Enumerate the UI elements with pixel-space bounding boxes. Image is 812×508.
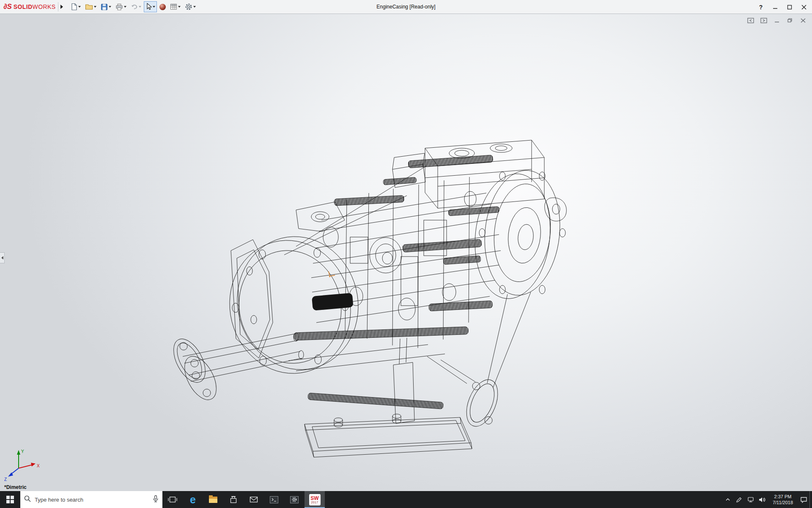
chevron-down-icon (124, 6, 126, 8)
tray-time: 2:37 PM (774, 494, 792, 500)
engine-assembly-wireframe: Y X Z (0, 0, 812, 508)
graphics-area[interactable]: Y X Z *Dimetric (0, 14, 812, 491)
doc-dock-right-button[interactable] (759, 17, 768, 24)
close-button[interactable] (798, 3, 809, 12)
doc-close-button[interactable] (798, 17, 808, 24)
undo-button[interactable] (129, 1, 143, 12)
view-orientation-label: *Dimetric (4, 484, 27, 490)
window-title: EngineCasing [Read-only] (376, 4, 435, 10)
console-icon (270, 496, 278, 503)
chevron-down-icon (139, 6, 141, 8)
edge-icon: e (190, 494, 196, 505)
desktop: { "app": { "brand_glyph": "∂S", "brand_b… (0, 0, 812, 508)
new-document-icon (71, 3, 77, 11)
maximize-button[interactable] (784, 3, 795, 12)
triad-z-label: Z (4, 477, 7, 482)
appearance-button[interactable] (158, 1, 167, 12)
taskbar-store[interactable] (223, 491, 244, 508)
options-button[interactable] (183, 1, 198, 12)
ds-logo-icon: ∂S (3, 3, 12, 11)
undo-arrow-icon (131, 3, 138, 10)
search-input[interactable] (35, 497, 149, 503)
tray-volume-button[interactable] (756, 491, 768, 508)
taskbar-console[interactable] (264, 491, 284, 508)
triad-y-label: Y (21, 449, 24, 454)
file-explorer-icon (209, 496, 217, 503)
task-view-icon (168, 496, 177, 503)
taskbar-edge[interactable]: e (183, 491, 203, 508)
doc-dock-left-button[interactable] (746, 17, 755, 24)
document-window-controls (746, 17, 808, 24)
action-center-button[interactable] (798, 491, 809, 508)
menu-flyout-button[interactable] (58, 2, 65, 11)
start-button[interactable] (0, 491, 20, 508)
microphone-icon (152, 495, 159, 504)
volume-icon (758, 497, 765, 503)
network-icon (747, 496, 754, 503)
taskbar-settings[interactable] (284, 491, 304, 508)
new-document-button[interactable] (69, 1, 82, 12)
doc-restore-button[interactable] (785, 17, 795, 24)
chevron-down-icon (94, 6, 96, 8)
open-folder-icon (85, 3, 93, 10)
print-button[interactable] (114, 1, 128, 12)
solidworks-logo: ∂S SOLIDWORKS (0, 3, 58, 11)
evaluate-button[interactable] (168, 1, 182, 12)
help-button[interactable]: ? (755, 3, 766, 12)
chevron-up-icon (725, 497, 731, 502)
select-arrow-icon (145, 3, 152, 11)
select-button[interactable] (144, 1, 157, 12)
action-center-icon (800, 496, 807, 503)
taskbar-clock[interactable]: 2:37 PM 7/11/2018 (768, 491, 798, 508)
gear-icon (185, 3, 192, 11)
chevron-down-icon (153, 6, 155, 8)
taskbar-file-explorer[interactable] (203, 491, 223, 508)
pen-icon (736, 497, 742, 503)
store-bag-icon (229, 495, 238, 504)
hidden-icons-chevron[interactable] (722, 491, 733, 508)
taskbar-mail[interactable] (244, 491, 264, 508)
chevron-left-icon (1, 256, 3, 260)
tray-network-button[interactable] (745, 491, 756, 508)
window-controls: ? (755, 0, 809, 14)
tray-pen-button[interactable] (733, 491, 745, 508)
chevron-down-icon (178, 6, 181, 8)
system-tray: 2:37 PM 7/11/2018 (722, 491, 812, 508)
chevron-down-icon (78, 6, 81, 8)
triad-x-label: X (37, 464, 40, 468)
app-titlebar: ∂S SOLIDWORKS (0, 0, 812, 14)
task-view-button[interactable] (162, 491, 183, 508)
mail-envelope-icon (250, 496, 258, 503)
taskbar-solidworks[interactable]: SW2017 (304, 491, 325, 508)
tray-date: 7/11/2018 (773, 500, 793, 505)
doc-minimize-button[interactable] (772, 17, 782, 24)
printer-icon (115, 3, 123, 11)
solidworks-app-icon: SW2017 (309, 494, 321, 505)
save-floppy-icon (101, 3, 108, 11)
panel-collapse-tab[interactable] (0, 252, 5, 263)
appearance-sphere-icon (159, 4, 166, 10)
windows-logo-icon (6, 496, 14, 503)
chevron-down-icon (193, 6, 196, 8)
settings-gear-icon (290, 496, 299, 503)
windows-taskbar: e SW2017 (0, 491, 812, 508)
flyout-arrow-icon (60, 5, 63, 9)
orientation-triad: Y X Z (4, 449, 40, 482)
properties-table-icon (170, 3, 177, 10)
search-icon (24, 495, 31, 504)
minimize-button[interactable] (770, 3, 781, 12)
taskbar-search[interactable] (20, 491, 162, 508)
show-desktop-button[interactable] (809, 491, 812, 508)
chevron-down-icon (109, 6, 111, 8)
save-button[interactable] (99, 1, 113, 12)
open-button[interactable] (83, 1, 98, 12)
quick-access-toolbar (69, 1, 198, 12)
